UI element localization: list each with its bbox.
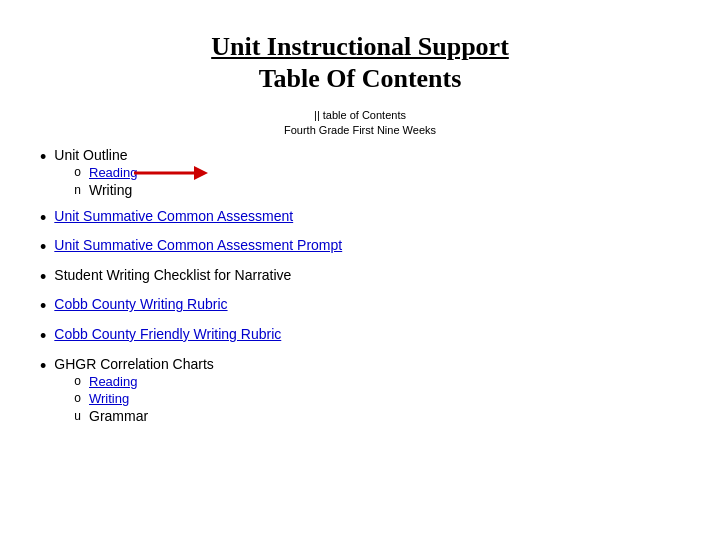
student-writing-label: Student Writing Checklist for Narrative (54, 267, 291, 283)
bullet-icon: • (40, 296, 46, 318)
unit-outline-label: Unit Outline (54, 147, 127, 163)
sub-bullet-icon: o (74, 165, 81, 179)
writing-label: Writing (89, 182, 132, 198)
ghgr-sublist: o Reading o Writing u Grammar (74, 374, 680, 424)
list-item-unit-outline: • Unit Outline o Reading n (40, 147, 680, 200)
page: Unit Instructional Support Table Of Cont… (0, 0, 720, 540)
toc-subheader: Fourth Grade First Nine Weeks (284, 124, 436, 136)
ghgr-content: GHGR Correlation Charts o Reading o Writ… (54, 356, 680, 426)
sub-item-reading: o Reading (74, 165, 680, 180)
summative-prompt-content: Unit Summative Common Assessment Prompt (54, 237, 680, 253)
red-arrow-icon (132, 162, 212, 184)
sub-bullet-icon-2: n (74, 183, 81, 197)
bullet-icon: • (40, 267, 46, 289)
bullet-icon: • (40, 326, 46, 348)
cobb-friendly-rubric-link[interactable]: Cobb County Friendly Writing Rubric (54, 326, 281, 342)
ghgr-writing-link[interactable]: Writing (89, 391, 129, 406)
sub-item-ghgr-grammar: u Grammar (74, 408, 680, 424)
list-item-ghgr: • GHGR Correlation Charts o Reading o Wr… (40, 356, 680, 426)
summative-prompt-link[interactable]: Unit Summative Common Assessment Prompt (54, 237, 342, 253)
unit-outline-sublist: o Reading n Writing (74, 165, 680, 198)
cobb-rubric-link[interactable]: Cobb County Writing Rubric (54, 296, 227, 312)
page-title-line2: Table Of Contents (40, 64, 680, 94)
sub-item-ghgr-writing: o Writing (74, 391, 680, 406)
list-item-summative: • Unit Summative Common Assessment (40, 208, 680, 230)
page-title-line1: Unit Instructional Support (40, 30, 680, 64)
sub-item-ghgr-reading: o Reading (74, 374, 680, 389)
bullet-icon: • (40, 208, 46, 230)
toc-header: || table of Contents Fourth Grade First … (40, 108, 680, 139)
list-item-summative-prompt: • Unit Summative Common Assessment Promp… (40, 237, 680, 259)
reading-link[interactable]: Reading (89, 165, 137, 180)
ghgr-grammar-label: Grammar (89, 408, 148, 424)
list-item-student-writing: • Student Writing Checklist for Narrativ… (40, 267, 680, 289)
svg-marker-1 (194, 166, 208, 180)
bullet-icon: • (40, 356, 46, 378)
list-item-cobb-rubric: • Cobb County Writing Rubric (40, 296, 680, 318)
sub-bullet-icon: o (74, 374, 81, 388)
unit-outline-content: Unit Outline o Reading n Writing (54, 147, 680, 200)
bullet-icon: • (40, 237, 46, 259)
sub-bullet-icon: o (74, 391, 81, 405)
cobb-friendly-rubric-content: Cobb County Friendly Writing Rubric (54, 326, 680, 342)
summative-content: Unit Summative Common Assessment (54, 208, 680, 224)
student-writing-content: Student Writing Checklist for Narrative (54, 267, 680, 283)
sub-bullet-icon: u (74, 409, 81, 423)
ghgr-label: GHGR Correlation Charts (54, 356, 214, 372)
list-item-cobb-friendly-rubric: • Cobb County Friendly Writing Rubric (40, 326, 680, 348)
content-list: • Unit Outline o Reading n (40, 147, 680, 426)
ghgr-reading-link[interactable]: Reading (89, 374, 137, 389)
sub-item-writing: n Writing (74, 182, 680, 198)
summative-link[interactable]: Unit Summative Common Assessment (54, 208, 293, 224)
cobb-rubric-content: Cobb County Writing Rubric (54, 296, 680, 312)
bullet-icon: • (40, 147, 46, 169)
